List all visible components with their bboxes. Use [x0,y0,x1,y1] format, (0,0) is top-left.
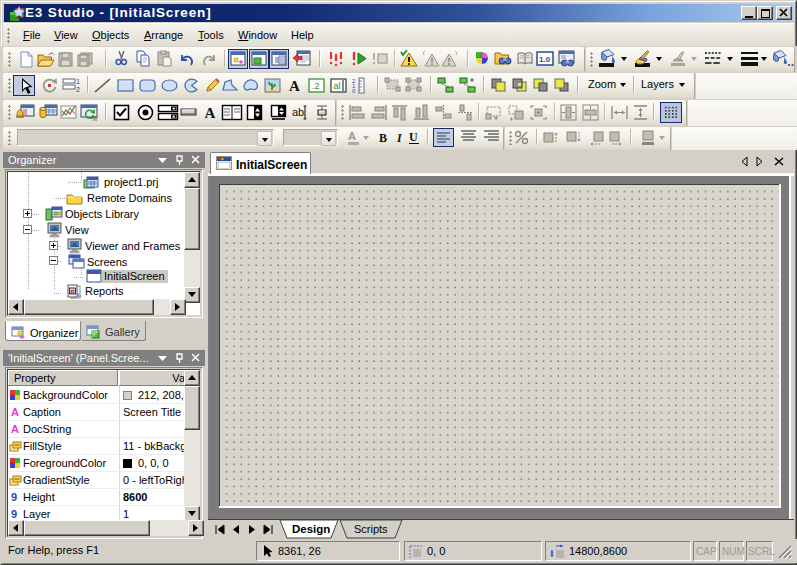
svg-text:1: 1 [76,78,80,85]
svg-text:A: A [289,78,300,94]
svg-text:Scripts: Scripts [354,523,388,535]
svg-text:2: 2 [76,86,80,93]
svg-text:0: 0 [352,88,356,94]
svg-text:Design: Design [292,523,330,535]
svg-text:al: al [334,81,341,91]
svg-text:1.0: 1.0 [539,55,551,64]
svg-text:.2: .2 [312,81,320,91]
svg-text:A: A [205,105,216,121]
svg-text:R: R [71,289,76,295]
svg-text:I: I [396,131,403,145]
svg-text:A: A [348,130,356,142]
svg-text:B: B [379,131,387,145]
svg-text:%: % [91,115,97,122]
svg-text:U: U [409,130,418,144]
svg-text:ab: ab [292,106,304,118]
